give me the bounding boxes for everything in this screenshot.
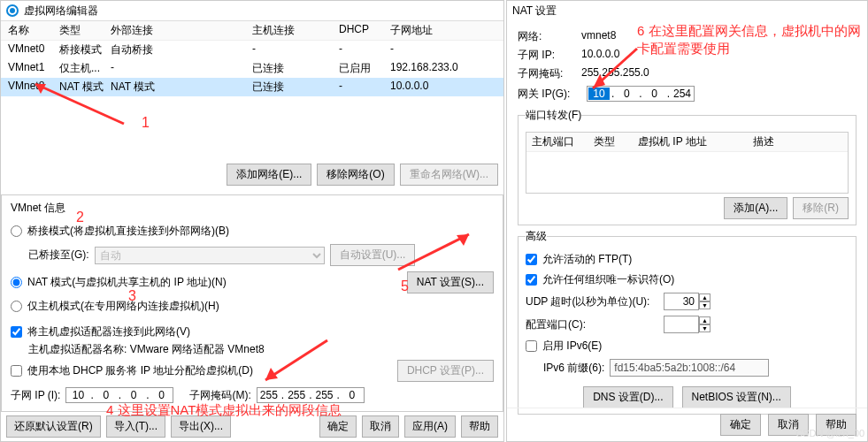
connect-host-adapter-checkbox[interactable] bbox=[11, 326, 22, 338]
subnet-mask-input[interactable]: . . . bbox=[257, 387, 365, 403]
use-dhcp-checkbox[interactable] bbox=[11, 365, 22, 377]
subnet-ip-input[interactable]: . . . bbox=[65, 387, 173, 403]
col-ext[interactable]: 外部连接 bbox=[111, 23, 252, 38]
col-host[interactable]: 主机连接 bbox=[252, 23, 339, 38]
port-remove-button: 移除(R) bbox=[793, 197, 849, 219]
import-button[interactable]: 导入(T)... bbox=[106, 415, 165, 438]
dhcp-settings-button: DHCP 设置(P)... bbox=[397, 360, 494, 382]
table-header: 名称 类型 外部连接 主机连接 DHCP 子网地址 bbox=[1, 21, 503, 41]
enable-ipv6-checkbox[interactable] bbox=[526, 340, 537, 352]
port-add-button[interactable]: 添加(A)... bbox=[724, 197, 787, 219]
rename-network-button: 重命名网络(W)... bbox=[400, 164, 498, 186]
spinner-down-icon: ▼ bbox=[699, 301, 711, 309]
cancel-button[interactable]: 取消 bbox=[362, 415, 399, 438]
ok-button[interactable]: 确定 bbox=[319, 415, 357, 438]
col-type[interactable]: 类型 bbox=[59, 23, 111, 38]
app-icon bbox=[6, 4, 19, 17]
allow-oui-checkbox[interactable] bbox=[526, 274, 537, 286]
export-button[interactable]: 导出(X)... bbox=[171, 415, 231, 438]
host-only-radio[interactable] bbox=[11, 301, 22, 312]
auto-settings-button: 自动设置(U)... bbox=[330, 244, 416, 266]
watermark: CSDN @lzh_00 bbox=[795, 428, 864, 438]
vmnet-info-title: VMnet 信息 bbox=[11, 201, 494, 216]
table-row[interactable]: VMnet0 桥接模式 自动桥接 - - - bbox=[1, 41, 503, 59]
col-dhcp[interactable]: DHCP bbox=[339, 23, 390, 38]
udp-timeout-spinner[interactable]: ▲▼ bbox=[664, 293, 711, 310]
bridge-mode-radio[interactable] bbox=[11, 225, 22, 237]
ipv6-prefix-input bbox=[610, 359, 769, 377]
virtual-network-editor-window: 虚拟网络编辑器 名称 类型 外部连接 主机连接 DHCP 子网地址 VMnet0… bbox=[0, 0, 504, 442]
remove-network-button[interactable]: 移除网络(O) bbox=[317, 164, 394, 186]
dns-settings-button[interactable]: DNS 设置(D)... bbox=[583, 386, 672, 408]
gateway-ip-input[interactable]: . . . bbox=[587, 86, 695, 102]
add-network-button[interactable]: 添加网络(E)... bbox=[227, 164, 311, 186]
col-name[interactable]: 名称 bbox=[8, 23, 59, 38]
port-forward-table[interactable]: 主机端口 类型 虚拟机 IP 地址 描述 bbox=[526, 132, 849, 194]
apply-button[interactable]: 应用(A) bbox=[404, 415, 456, 438]
allow-ftp-checkbox[interactable] bbox=[526, 254, 537, 265]
titlebar: 虚拟网络编辑器 bbox=[1, 1, 503, 20]
nat-subnet-ip-value: 10.0.0.0 bbox=[581, 48, 619, 63]
vmnet-info-section: VMnet 信息 桥接模式(将虚拟机直接连接到外部网络)(B) 已桥接至(G):… bbox=[1, 194, 503, 412]
nat-network-value: vmnet8 bbox=[581, 29, 616, 44]
nat-settings-dialog: NAT 设置 网络:vmnet8 子网 IP:10.0.0.0 子网掩码:255… bbox=[506, 0, 868, 442]
restore-defaults-button[interactable]: 还原默认设置(R) bbox=[6, 415, 101, 438]
port-forward-section: 端口转发(F) 主机端口 类型 虚拟机 IP 地址 描述 添加(A)... 移除… bbox=[518, 108, 856, 225]
bridged-to-select: 自动 bbox=[95, 247, 325, 264]
nat-mode-radio[interactable] bbox=[11, 277, 22, 288]
nat-ok-button[interactable]: 确定 bbox=[720, 414, 761, 436]
advanced-section: 高级 允许活动的 FTP(T) 允许任何组织唯一标识符(O) UDP 超时(以秒… bbox=[518, 229, 856, 415]
nat-titlebar: NAT 设置 bbox=[507, 1, 867, 20]
adapter-name-label: 主机虚拟适配器名称: VMware 网络适配器 VMnet8 bbox=[28, 342, 494, 357]
col-subnet[interactable]: 子网地址 bbox=[390, 23, 496, 38]
spinner-up-icon: ▲ bbox=[699, 293, 711, 301]
netbios-settings-button[interactable]: NetBIOS 设置(N)... bbox=[682, 386, 791, 408]
table-row[interactable]: VMnet1 仅主机... - 已连接 已启用 192.168.233.0 bbox=[1, 59, 503, 78]
window-title: 虚拟网络编辑器 bbox=[24, 4, 98, 19]
help-button[interactable]: 帮助 bbox=[461, 415, 498, 438]
nat-subnet-mask-value: 255.255.255.0 bbox=[581, 66, 649, 81]
table-row[interactable]: VMnet8 NAT 模式 NAT 模式 已连接 - 10.0.0.0 bbox=[1, 78, 503, 96]
config-port-spinner[interactable]: ▲▼ bbox=[664, 316, 711, 333]
nat-title: NAT 设置 bbox=[512, 4, 557, 19]
nat-settings-button[interactable]: NAT 设置(S)... bbox=[407, 271, 494, 293]
network-table: 名称 类型 外部连接 主机连接 DHCP 子网地址 VMnet0 桥接模式 自动… bbox=[1, 20, 503, 96]
